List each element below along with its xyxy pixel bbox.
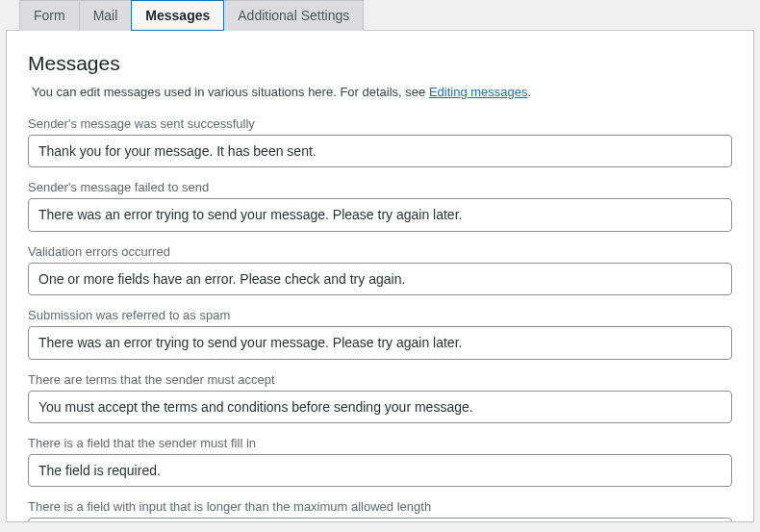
input-failed[interactable] [28, 198, 732, 231]
field-group-failed: Sender's message failed to send [28, 180, 732, 231]
label-success: Sender's message was sent successfully [28, 116, 732, 131]
field-group-success: Sender's message was sent successfully [28, 116, 732, 167]
field-group-too-long: There is a field with input that is long… [28, 499, 732, 522]
tab-mail[interactable]: Mail [79, 0, 132, 31]
tab-form[interactable]: Form [19, 0, 79, 31]
messages-panel: Messages You can edit messages used in v… [6, 30, 754, 522]
intro-text-before: You can edit messages used in various si… [32, 85, 429, 99]
editing-messages-link[interactable]: Editing messages [429, 85, 528, 99]
input-spam[interactable] [28, 326, 732, 359]
label-terms: There are terms that the sender must acc… [28, 372, 732, 387]
tab-additional-settings[interactable]: Additional Settings [224, 0, 364, 31]
input-required[interactable] [28, 454, 732, 487]
label-too-long: There is a field with input that is long… [28, 499, 732, 514]
label-failed: Sender's message failed to send [28, 180, 732, 194]
input-too-long[interactable] [28, 518, 732, 522]
field-group-validation: Validation errors occurred [28, 244, 732, 295]
label-validation: Validation errors occurred [28, 244, 732, 259]
field-group-spam: Submission was referred to as spam [28, 308, 732, 359]
input-success[interactable] [28, 135, 732, 167]
input-terms[interactable] [28, 391, 732, 423]
label-required: There is a field that the sender must fi… [28, 436, 732, 450]
intro-text-after: . [528, 85, 532, 99]
field-group-terms: There are terms that the sender must acc… [28, 372, 732, 423]
tab-bar: Form Mail Messages Additional Settings [0, 0, 760, 31]
input-validation[interactable] [28, 263, 732, 295]
field-group-required: There is a field that the sender must fi… [28, 436, 732, 487]
tab-messages[interactable]: Messages [131, 0, 224, 31]
panel-heading: Messages [28, 52, 732, 75]
panel-intro: You can edit messages used in various si… [28, 85, 732, 99]
label-spam: Submission was referred to as spam [28, 308, 732, 322]
